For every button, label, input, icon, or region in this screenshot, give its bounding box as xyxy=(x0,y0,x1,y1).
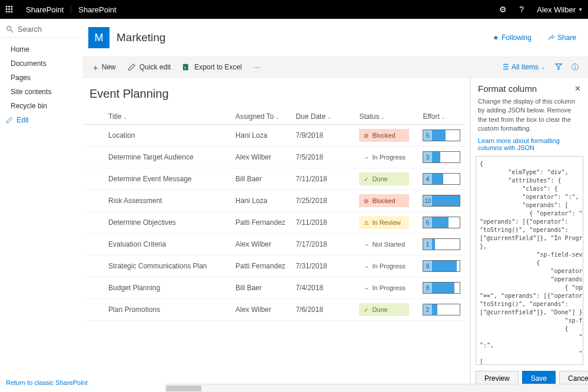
help-icon[interactable]: ? xyxy=(512,5,531,14)
status-icon: → xyxy=(363,154,370,161)
plus-icon: + xyxy=(93,62,98,72)
col-header-title[interactable]: Title⌄ xyxy=(104,109,231,125)
effort-bar: 10 xyxy=(423,195,460,207)
list-table: Title⌄ Assigned To⌄ Due Date⌄ Status⌄ Ef… xyxy=(84,109,465,321)
effort-bar: 6 xyxy=(423,217,460,228)
effort-bar: 1 xyxy=(423,238,460,250)
nav-site-contents[interactable]: Site contents xyxy=(0,85,82,99)
cell-assigned: Alex Wilber xyxy=(231,147,291,168)
effort-bar: 4 xyxy=(423,173,460,185)
effort-bar: 8 xyxy=(423,282,460,294)
status-badge: ⚠In Review xyxy=(359,216,409,229)
cell-title: Strategic Communications Plan xyxy=(104,255,231,277)
cell-due: 7/9/2018 xyxy=(291,125,354,147)
list-title: Event Planning xyxy=(84,78,465,109)
filter-icon[interactable] xyxy=(550,62,567,72)
table-row[interactable]: Strategic Communications PlanPatti Ferna… xyxy=(84,255,465,277)
app-name[interactable]: SharePoint xyxy=(19,5,71,14)
svg-rect-1 xyxy=(8,6,10,8)
status-badge: →Not Started xyxy=(359,238,409,251)
table-row[interactable]: LocationHani Loza7/9/2018⊘Blocked5 xyxy=(84,125,465,147)
nav-recycle-bin[interactable]: Recycle bin xyxy=(0,99,82,113)
close-icon[interactable]: ✕ xyxy=(574,84,581,93)
info-icon[interactable]: ⓘ xyxy=(567,62,583,72)
nav-edit[interactable]: Edit xyxy=(0,113,82,127)
col-header-status[interactable]: Status⌄ xyxy=(354,109,418,125)
share-icon xyxy=(548,34,555,41)
panel-learn-more-link[interactable]: Learn more about formatting columns with… xyxy=(471,137,588,156)
search-box[interactable]: Search xyxy=(0,21,82,38)
cell-assigned: Alex Wilber xyxy=(231,234,291,255)
cell-due: 7/6/2018 xyxy=(291,299,354,321)
chevron-down-icon: ▾ xyxy=(579,6,582,12)
cell-assigned: Patti Fernandez xyxy=(231,212,291,234)
svg-point-9 xyxy=(7,26,11,30)
table-row[interactable]: Risk AssessmentHani Loza7/25/2018⊘Blocke… xyxy=(84,190,465,212)
table-header-row: Title⌄ Assigned To⌄ Due Date⌄ Status⌄ Ef… xyxy=(84,109,465,125)
share-button[interactable]: Share xyxy=(548,34,576,42)
pencil-icon xyxy=(6,117,13,124)
content-area: M Marketing ★ Following Share + New Quic… xyxy=(82,19,588,392)
nav-list: Home Documents Pages Site contents Recyc… xyxy=(0,38,82,132)
col-header-assigned[interactable]: Assigned To⌄ xyxy=(231,109,291,125)
col-header-due[interactable]: Due Date⌄ xyxy=(291,109,354,125)
status-icon: → xyxy=(363,241,370,248)
cell-title: Determine Event Message xyxy=(104,168,231,190)
status-badge: ⊘Blocked xyxy=(359,194,409,207)
status-badge: ✓Done xyxy=(359,172,409,185)
cell-title: Risk Assessment xyxy=(104,190,231,212)
nav-home[interactable]: Home xyxy=(0,42,82,57)
table-row[interactable]: Evaluation CriteriaAlex Wilber7/17/2018→… xyxy=(84,234,465,255)
svg-line-10 xyxy=(11,29,13,32)
cell-due: 7/4/2018 xyxy=(291,277,354,299)
horizontal-scrollbar[interactable] xyxy=(165,384,588,392)
suite-site-name[interactable]: SharePoint xyxy=(71,5,123,14)
table-row[interactable]: Budget PlanningBill Baer7/4/2018→In Prog… xyxy=(84,277,465,299)
nav-pages[interactable]: Pages xyxy=(0,71,82,85)
svg-rect-5 xyxy=(11,8,13,10)
quick-edit-button[interactable]: Quick edit xyxy=(122,63,177,71)
export-excel-button[interactable]: x Export to Excel xyxy=(177,63,248,71)
col-header-effort[interactable]: Effort⌄ xyxy=(418,109,465,125)
cell-title: Evaluation Criteria xyxy=(104,234,231,255)
return-classic-link[interactable]: Return to classic SharePoint xyxy=(6,379,88,386)
cell-assigned: Alex Wilber xyxy=(231,299,291,321)
table-row[interactable]: Determine Target AudienceAlex Wilber7/5/… xyxy=(84,147,465,168)
svg-rect-6 xyxy=(6,11,8,13)
new-button[interactable]: + New xyxy=(87,62,122,72)
user-menu[interactable]: Alex Wilber ▾ xyxy=(531,5,588,14)
status-icon: ⊘ xyxy=(363,198,370,204)
table-row[interactable]: Determine Event MessageBill Baer7/11/201… xyxy=(84,168,465,190)
cell-title: Location xyxy=(104,125,231,147)
status-icon: → xyxy=(363,263,370,270)
search-placeholder: Search xyxy=(18,25,42,34)
nav-documents[interactable]: Documents xyxy=(0,57,82,71)
cell-assigned: Bill Baer xyxy=(231,277,291,299)
status-badge: →In Progress xyxy=(359,260,409,273)
app-launcher-icon[interactable] xyxy=(0,0,19,19)
gear-icon[interactable]: ⚙ xyxy=(493,5,512,14)
follow-button[interactable]: ★ Following xyxy=(493,34,531,42)
cell-due: 7/5/2018 xyxy=(291,147,354,168)
chevron-down-icon: ⌄ xyxy=(541,64,546,70)
scrollbar-thumb[interactable] xyxy=(166,386,201,391)
view-selector[interactable]: ☰ All Items ⌄ xyxy=(498,63,550,71)
more-button[interactable]: ··· xyxy=(248,63,267,71)
status-icon: ✓ xyxy=(363,307,370,313)
cell-assigned: Hani Loza xyxy=(231,190,291,212)
table-row[interactable]: Plan PromotionsAlex Wilber7/6/2018✓Done2 xyxy=(84,299,465,321)
svg-rect-8 xyxy=(11,11,13,13)
status-icon: ⊘ xyxy=(363,132,370,139)
pencil-icon xyxy=(128,63,136,71)
user-name: Alex Wilber xyxy=(537,5,576,14)
site-title: Marketing xyxy=(117,31,165,44)
status-badge: →In Progress xyxy=(359,281,409,294)
json-editor[interactable] xyxy=(476,156,583,365)
table-row[interactable]: Determine ObjectivesPatti Fernandez7/11/… xyxy=(84,212,465,234)
svg-rect-0 xyxy=(6,6,8,8)
svg-rect-2 xyxy=(11,6,13,8)
status-icon: ⚠ xyxy=(363,220,370,226)
cell-due: 7/17/2018 xyxy=(291,234,354,255)
site-logo[interactable]: M xyxy=(88,27,109,48)
svg-rect-7 xyxy=(8,11,10,13)
